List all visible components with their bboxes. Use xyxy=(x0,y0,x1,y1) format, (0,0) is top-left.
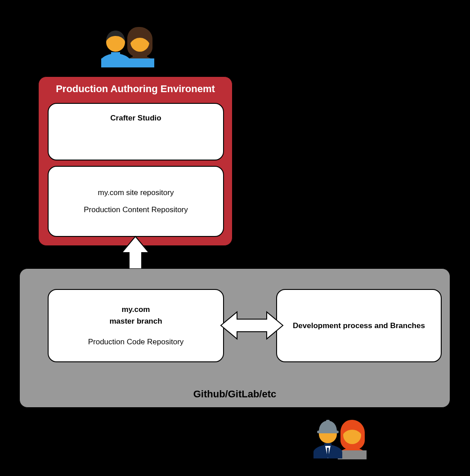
dev-process-label: Development process and Branches xyxy=(293,321,425,330)
master-label-2: master branch xyxy=(109,317,162,326)
prod-env-title: Production Authoring Environemt xyxy=(39,77,232,98)
content-authors-icon xyxy=(97,22,160,69)
master-label-3: Production Code Repository xyxy=(88,338,184,347)
content-repo-label: Production Content Repository xyxy=(84,205,188,214)
crafter-studio-label: Crafter Studio xyxy=(110,114,161,123)
master-branch-box: my.com master branch Production Code Rep… xyxy=(48,289,224,362)
bidirectional-horizontal-arrow-icon xyxy=(220,310,284,341)
master-label-1: my.com xyxy=(122,305,150,314)
crafter-studio-box: Crafter Studio xyxy=(48,103,224,160)
site-repo-label: my.com site repository xyxy=(98,188,174,197)
svg-rect-8 xyxy=(317,431,339,433)
content-repository-box: my.com site repository Production Conten… xyxy=(48,166,224,237)
production-authoring-environment: Production Authoring Environemt Crafter … xyxy=(38,76,233,246)
developers-icon xyxy=(309,414,372,461)
svg-rect-9 xyxy=(326,420,330,424)
git-container-title: Github/GitLab/etc xyxy=(20,388,450,400)
svg-rect-6 xyxy=(327,448,329,458)
development-process-box: Development process and Branches xyxy=(276,289,442,362)
